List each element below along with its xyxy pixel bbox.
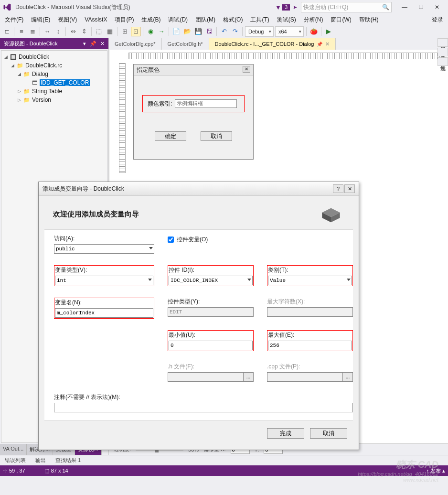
menu-vassistx[interactable]: VAssistX [81,15,111,24]
menu-test[interactable]: 测试(S) [273,15,300,25]
ok-button[interactable]: 确定 [155,131,186,141]
tb-nav-back-icon[interactable]: ◉ [146,27,155,36]
tree-dialog-item[interactable]: 🗔 IDD_GET_COLOR [1,78,107,87]
panel-close-icon[interactable]: ✕ [100,41,105,47]
tb-nav-fwd-icon[interactable]: → [157,27,166,36]
status-size: ⬚ 87 x 14 [44,468,68,474]
tb-align2-icon[interactable]: ≣ [28,27,37,36]
quick-launch-input[interactable]: 快速启动 (Ctrl+Q) 🔍 [301,2,392,12]
close-button[interactable]: ✕ [429,1,445,13]
wizard-help-button[interactable]: ? [333,184,343,193]
tree-project[interactable]: ◢🔲 DoubleClick [1,53,107,61]
menu-tools[interactable]: 工具(T) [246,15,273,25]
tab-findresults[interactable]: 查找结果 1 [51,455,85,465]
wizard-title: 添加成员变量向导 - DoubleClick [43,185,124,193]
menu-view[interactable]: 视图(V) [54,15,81,25]
menu-team[interactable]: 团队(M) [192,15,219,25]
menu-window[interactable]: 窗口(W) [327,15,355,25]
quick-launch-placeholder: 快速启动 (Ctrl+Q) [303,3,348,11]
menu-edit[interactable]: 编辑(E) [27,15,54,25]
tb-open-icon[interactable]: 📂 [182,27,192,36]
minimize-button[interactable]: — [396,1,413,13]
tab-errorlist[interactable]: 错误列表 [0,455,31,465]
vtab-toolbox[interactable]: 工具箱 [437,48,448,56]
ctrl-type-label: 控件类型(Y): [168,298,254,306]
doc-tab-h[interactable]: GetColorDlg.h* [162,38,209,50]
cppfile-browse-button[interactable]: ... [342,372,353,382]
vertical-ruler [119,63,126,173]
category-select[interactable] [268,276,352,285]
folder-icon: 📁 [23,97,30,103]
var-name-input[interactable] [55,308,153,318]
notification-badge[interactable]: 3 [282,4,290,11]
wizard-close-button[interactable]: ✕ [344,184,355,193]
search-icon: 🔍 [382,4,389,11]
dialog-mock[interactable]: 指定颜色 ✕ 颜色索引: 示例编辑框 确定 取消 [133,64,254,160]
max-input[interactable] [268,341,352,350]
tree-stringtable[interactable]: ▷📁 String Table [1,87,107,96]
tb-space1-icon[interactable]: ↔ [43,27,52,36]
tb-start-icon[interactable]: ▶ [324,27,333,36]
feedback-icon[interactable]: ➤ [293,4,297,11]
dialog-mock-close-icon[interactable]: ✕ [243,66,250,73]
dialog-mock-title: 指定颜色 [137,66,160,74]
doc-tab-rc[interactable]: DoubleClick.rc - I..._GET_COLOR - Dialog… [209,38,336,50]
tb-va-icon[interactable]: 🍅 [309,27,319,36]
tb-center-v-icon[interactable]: ⇕ [79,27,89,36]
menu-analyze[interactable]: 分析(N) [300,15,327,25]
ctrl-id-select[interactable] [169,276,253,285]
tb-align1-icon[interactable]: ≡ [17,27,26,36]
config-combo[interactable]: Debug [245,26,274,37]
window-titlebar: DoubleClick - Microsoft Visual Studio(管理… [0,0,448,14]
hfile-input [168,372,244,382]
comment-input[interactable] [54,403,353,412]
control-variable-checkbox[interactable] [168,237,174,243]
hfile-browse-button[interactable]: ... [243,372,254,382]
finish-button[interactable]: 完成 [267,428,304,439]
tree-dialog-folder[interactable]: ◢📁 Dialog [1,70,107,78]
maximize-button[interactable]: ☐ [413,1,429,13]
menu-file[interactable]: 文件(F) [1,15,27,25]
tb-guide-icon[interactable]: ⊡ [131,27,140,36]
tree-rc[interactable]: ◢📁 DoubleClick.rc [1,61,107,70]
menu-build[interactable]: 生成(B) [138,15,164,25]
tab-vaoutline[interactable]: VA Out... [0,444,27,455]
menu-debug[interactable]: 调试(D) [164,15,192,25]
tb-space2-icon[interactable]: ↕ [53,27,63,36]
menu-signin[interactable]: 登录 [428,15,447,25]
vtab-notifications[interactable]: 通知 [437,38,448,47]
tb-new-icon[interactable]: 📄 [171,27,181,36]
panel-dropdown-icon[interactable]: ▾ [83,41,86,47]
menu-help[interactable]: 帮助(H) [355,15,383,25]
vtab-properties[interactable]: 属性 [437,57,448,66]
wizard-cancel-button[interactable]: 取消 [310,428,347,439]
tb-grid-icon[interactable]: ⊞ [120,27,129,36]
tab-output[interactable]: 输出 [31,455,51,465]
tb-save-icon[interactable]: 💾 [193,27,203,36]
panel-pin-icon[interactable]: 📌 [90,41,96,47]
close-icon[interactable]: ✕ [325,41,330,47]
tb-size-icon[interactable]: ⬚ [94,27,104,36]
notification-flag-icon[interactable]: ▼ [275,3,282,11]
access-select[interactable] [54,244,154,254]
tree-version[interactable]: ▷📁 Version [1,96,107,104]
tb-undo-icon[interactable]: ↶ [219,27,229,36]
menu-project[interactable]: 项目(P) [111,15,138,25]
var-type-select[interactable] [55,276,153,285]
tb-align-left-icon[interactable]: ⊏ [2,27,11,36]
menu-format[interactable]: 格式(O) [219,15,246,25]
cancel-button[interactable]: 取消 [201,131,232,141]
tb-redo-icon[interactable]: ↷ [230,27,240,36]
sample-edit[interactable]: 示例编辑框 [175,99,237,108]
tb-saveall-icon[interactable]: 🖫 [204,27,214,36]
doc-tab-cpp[interactable]: GetColorDlg.cpp* [109,38,162,50]
tb-snap-icon[interactable]: ▦ [105,27,115,36]
control-variable-label: 控件变量(O) [177,236,208,244]
tb-center-h-icon[interactable]: ⇔ [68,27,78,36]
pin-icon[interactable]: 📌 [317,42,322,47]
platform-combo[interactable]: x64 [275,26,304,37]
min-input[interactable] [169,341,253,350]
max-label: 最大值(E): [268,331,352,339]
maxchars-label: 最大字符数(X): [267,298,353,306]
project-icon: 🔲 [10,54,17,60]
